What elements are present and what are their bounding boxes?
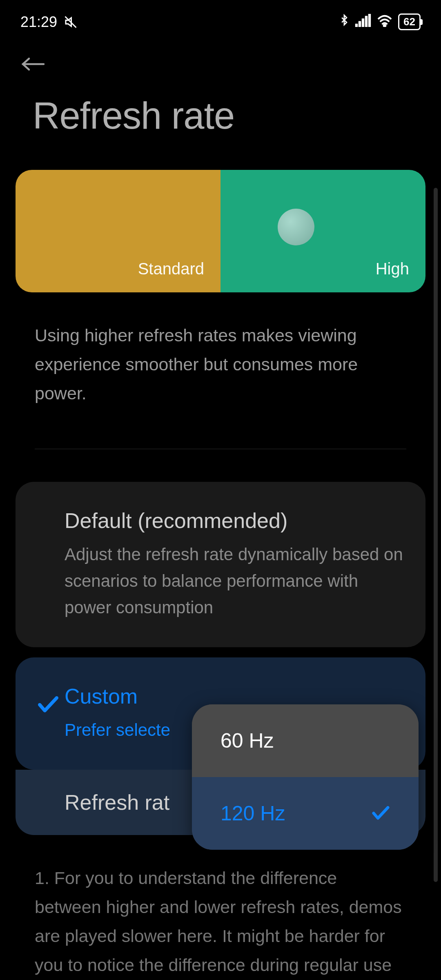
svg-rect-4 (365, 16, 368, 27)
footer-text: 1. For you to understand the difference … (0, 843, 441, 980)
demo-high-panel: High (220, 170, 425, 292)
description-text: Using higher refresh rates makes viewing… (0, 292, 441, 449)
battery-level: 62 (403, 16, 415, 28)
page-title: Refresh rate (0, 82, 441, 170)
check-icon (38, 696, 58, 713)
option-default[interactable]: Default (recommended) Adjust the refresh… (16, 482, 425, 647)
status-right: 62 (339, 12, 421, 31)
battery-icon: 62 (398, 13, 421, 30)
demo-ball-icon (278, 209, 314, 245)
mute-icon (63, 15, 78, 29)
scrollbar[interactable] (434, 188, 438, 882)
status-left: 21:29 (20, 13, 78, 31)
demo-standard-panel: Standard (16, 170, 220, 292)
check-icon (372, 802, 390, 825)
wifi-icon (376, 13, 393, 31)
dropdown-120hz[interactable]: 120 Hz (192, 777, 419, 850)
option-default-title: Default (recommended) (65, 508, 405, 533)
option-default-subtitle: Adjust the refresh rate dynamically base… (65, 541, 405, 621)
status-time: 21:29 (20, 13, 57, 31)
svg-rect-1 (355, 24, 358, 27)
demo-high-label: High (376, 260, 409, 278)
dropdown-60hz[interactable]: 60 Hz (192, 704, 419, 777)
demo-standard-label: Standard (138, 260, 204, 278)
demo-card: Standard High (16, 170, 425, 292)
dropdown-120hz-label: 120 Hz (220, 802, 285, 825)
status-bar: 21:29 (0, 0, 441, 40)
dropdown-60hz-label: 60 Hz (220, 729, 274, 753)
bluetooth-icon (339, 12, 350, 31)
signal-icon (355, 13, 371, 31)
svg-rect-5 (368, 14, 371, 27)
svg-rect-3 (362, 18, 364, 27)
svg-rect-2 (359, 21, 361, 27)
refresh-rate-dropdown: 60 Hz 120 Hz (192, 704, 419, 850)
svg-point-6 (384, 24, 386, 27)
back-button[interactable] (0, 40, 441, 82)
divider (35, 449, 406, 449)
